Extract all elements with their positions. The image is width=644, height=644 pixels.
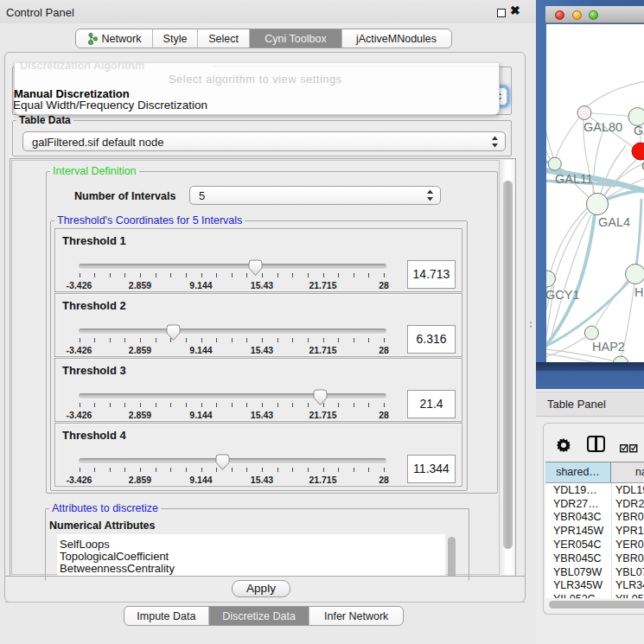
svg-text:GAL80: GAL80 xyxy=(583,120,622,134)
svg-text:GCY1: GCY1 xyxy=(546,288,580,302)
svg-text:H: H xyxy=(634,285,643,299)
svg-text:GAL4: GAL4 xyxy=(598,215,630,229)
svg-text:GAL: GAL xyxy=(634,124,644,137)
svg-text:HAP2: HAP2 xyxy=(592,340,625,354)
svg-text:GAL11: GAL11 xyxy=(555,172,593,186)
